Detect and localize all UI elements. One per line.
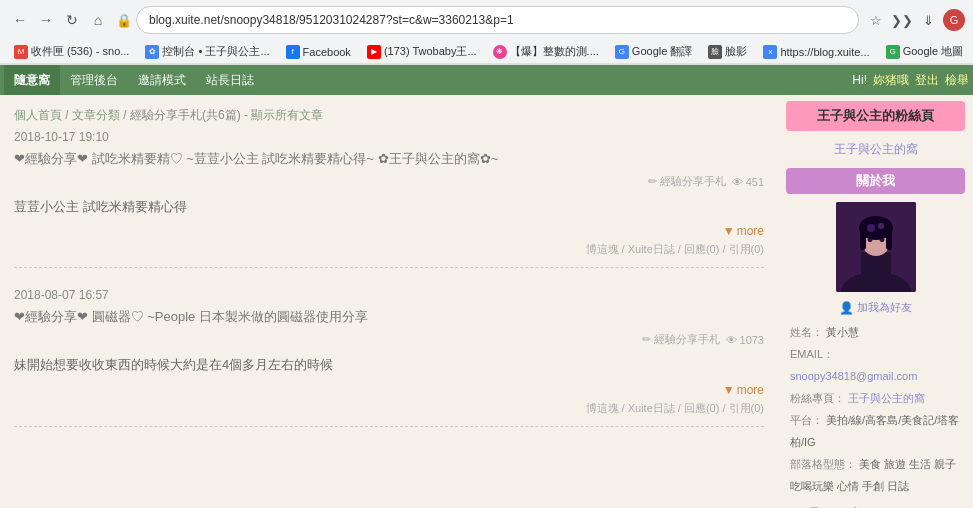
blog-label: 日誌: [809, 501, 829, 508]
news-icon: ❋: [493, 45, 507, 59]
post-1-tag-text: 經驗分享手札: [660, 174, 726, 189]
sidebar-fan-box[interactable]: 王子與公主的粉絲頁: [786, 101, 965, 131]
hobby-value: 吃喝玩樂 心情 手創 日誌: [790, 480, 909, 492]
add-friend-link[interactable]: 加我為好友: [857, 300, 912, 315]
bookmark-face[interactable]: 臉 臉影: [702, 42, 753, 61]
browser-toolbar: ← → ↻ ⌂ 🔒 ☆ ❯❯ ⇓ G: [0, 0, 973, 40]
bookmark-label: Google 翻譯: [632, 44, 693, 59]
post-1-date: 2018-10-17 19:10: [14, 130, 764, 144]
home-button[interactable]: ⌂: [86, 8, 110, 32]
post-2-count: 👁 1073: [726, 334, 764, 346]
nav-admin[interactable]: 管理後台: [60, 65, 128, 95]
post-1-count: 👁 451: [732, 176, 764, 188]
user-account-button[interactable]: G: [943, 9, 965, 31]
svg-rect-6: [886, 230, 892, 250]
bookmark-control[interactable]: ✿ 控制台 • 王子與公主...: [139, 42, 275, 61]
nav-buttons: ← → ↻ ⌂: [8, 8, 110, 32]
email-value[interactable]: snoopy34818@gmail.com: [790, 370, 917, 382]
download-button[interactable]: ⇓: [917, 9, 939, 31]
bookmark-xuite[interactable]: x https://blog.xuite...: [757, 43, 875, 61]
bookmark-label: Facebook: [303, 46, 351, 58]
svg-rect-5: [860, 230, 866, 250]
post-2-more-link[interactable]: more: [737, 383, 764, 397]
post-2-footer: 博這塊 / Xuite日誌 / 回應(0) / 引用(0): [14, 401, 764, 416]
sidebar-about-box: 關於我: [786, 168, 965, 194]
post-2-tag: ✏ 經驗分享手札: [642, 332, 720, 347]
svg-point-7: [867, 238, 872, 242]
control-icon: ✿: [145, 45, 159, 59]
nav-diary[interactable]: 站長日誌: [196, 65, 264, 95]
content-area: 個人首頁 / 文章分類 / 經驗分享手札(共6篇) - 顯示所有文章 2018-…: [0, 95, 778, 508]
email-label: EMAIL：: [790, 348, 834, 360]
face-icon: 臉: [708, 45, 722, 59]
bookmark-translate[interactable]: G Google 翻譯: [609, 42, 699, 61]
youtube-icon: ▶: [367, 45, 381, 59]
nav-right-area: Hi! 妳猪哦 登出 檢舉: [852, 72, 969, 89]
post-1-footer: 博這塊 / Xuite日誌 / 回應(0) / 引用(0): [14, 242, 764, 257]
bookmark-label: Google 地圖: [903, 44, 964, 59]
bookmark-gmail[interactable]: M 收件匣 (536) - sno...: [8, 42, 135, 61]
post-2-title-link[interactable]: ❤經驗分享❤ 圓磁器♡ ~People 日本製米做的圓磁器使用分享: [14, 309, 368, 324]
avatar-svg: [836, 202, 916, 292]
breadcrumb: 個人首頁 / 文章分類 / 經驗分享手札(共6篇) - 顯示所有文章: [14, 107, 764, 124]
bookmark-label: 收件匣 (536) - sno...: [31, 44, 129, 59]
post-1-more-link[interactable]: more: [737, 224, 764, 238]
sidebar-info: 姓名： 黃小慧 EMAIL： snoopy34818@gmail.com 粉絲專…: [786, 321, 965, 508]
post-2-date: 2018-08-07 16:57: [14, 288, 764, 302]
lock-icon: 🔒: [116, 13, 132, 28]
fans-value[interactable]: 王子與公主的窩: [848, 392, 925, 404]
nav-home[interactable]: 隨意窩: [4, 65, 60, 95]
platform-label: 平台：: [790, 414, 823, 426]
name-row: 姓名： 黃小慧: [790, 321, 961, 343]
svg-point-9: [867, 224, 875, 232]
name-label: 姓名：: [790, 326, 823, 338]
post-2-more: ▼ more: [14, 383, 764, 397]
breadcrumb-home[interactable]: 個人首頁: [14, 108, 62, 122]
xuite-icon: x: [763, 45, 777, 59]
hobby-row: 吃喝玩樂 心情 手創 日誌: [790, 475, 961, 497]
bookmarks-bar: M 收件匣 (536) - sno... ✿ 控制台 • 王子與公主... f …: [0, 40, 973, 64]
post-1-title-link[interactable]: ❤經驗分享❤ 試吃米精要精♡ ~荳荳小公主 試吃米精要精心得~ ✿王子與公主的窩…: [14, 151, 498, 166]
post-1-title: ❤經驗分享❤ 試吃米精要精♡ ~荳荳小公主 試吃米精要精心得~ ✿王子與公主的窩…: [14, 150, 764, 168]
logout-link[interactable]: 登出: [915, 72, 939, 89]
tag-icon: ✏: [648, 175, 657, 188]
fan-link[interactable]: 王子與公主的窩: [834, 142, 918, 156]
bookmark-label: 臉影: [725, 44, 747, 59]
breadcrumb-separator: /: [65, 108, 72, 122]
bookmark-label: 控制台 • 王子與公主...: [162, 44, 269, 59]
breadcrumb-articles[interactable]: 文章分類: [72, 108, 120, 122]
bookmark-star-button[interactable]: ☆: [865, 9, 887, 31]
post-2-meta: ✏ 經驗分享手札 👁 1073: [14, 332, 764, 347]
nav-invite[interactable]: 邀請模式: [128, 65, 196, 95]
browser-actions: ☆ ❯❯ ⇓ G: [865, 9, 965, 31]
browser-chrome: ← → ↻ ⌂ 🔒 ☆ ❯❯ ⇓ G M 收件匣 (536) - sno... …: [0, 0, 973, 65]
bookmark-label: https://blog.xuite...: [780, 46, 869, 58]
sidebar-fan-link: 王子與公主的窩: [786, 141, 965, 158]
breadcrumb-category: 經驗分享手札(共6篇): [130, 108, 241, 122]
bookmark-list-button[interactable]: ❯❯: [891, 9, 913, 31]
bookmark-facebook[interactable]: f Facebook: [280, 43, 357, 61]
address-bar[interactable]: [136, 6, 859, 34]
breadcrumb-action[interactable]: 顯示所有文章: [251, 108, 323, 122]
forward-button[interactable]: →: [34, 8, 58, 32]
eye-icon2: 👁: [726, 334, 737, 346]
post-2-excerpt: 妹開始想要收收東西的時候大約是在4個多月左右的時候: [14, 353, 764, 376]
tag-icon2: ✏: [642, 333, 651, 346]
svg-rect-2: [861, 252, 891, 292]
bookmark-youtube[interactable]: ▶ (173) Twobaby王...: [361, 42, 483, 61]
site-navigation: 隨意窩 管理後台 邀請模式 站長日誌 Hi! 妳猪哦 登出 檢舉: [0, 65, 973, 95]
name-value: 黃小慧: [826, 326, 859, 338]
facebook-icon: f: [286, 45, 300, 59]
user-link[interactable]: 妳猪哦: [873, 72, 909, 89]
post-1-meta: ✏ 經驗分享手札 👁 451: [14, 174, 764, 189]
bookmark-maps[interactable]: G Google 地圖: [880, 42, 970, 61]
report-link[interactable]: 檢舉: [945, 72, 969, 89]
back-button[interactable]: ←: [8, 8, 32, 32]
post-1-excerpt: 荳荳小公主 試吃米精要精心得: [14, 195, 764, 218]
post-2-count-text: 1073: [740, 334, 764, 346]
post-2-title: ❤經驗分享❤ 圓磁器♡ ~People 日本製米做的圓磁器使用分享: [14, 308, 764, 326]
tags-label: 部落格型態：: [790, 458, 856, 470]
fans-row: 粉絲專頁： 王子與公主的窩: [790, 387, 961, 409]
reload-button[interactable]: ↻: [60, 8, 84, 32]
bookmark-news[interactable]: ❋ 【爆】整數的測....: [487, 42, 605, 61]
